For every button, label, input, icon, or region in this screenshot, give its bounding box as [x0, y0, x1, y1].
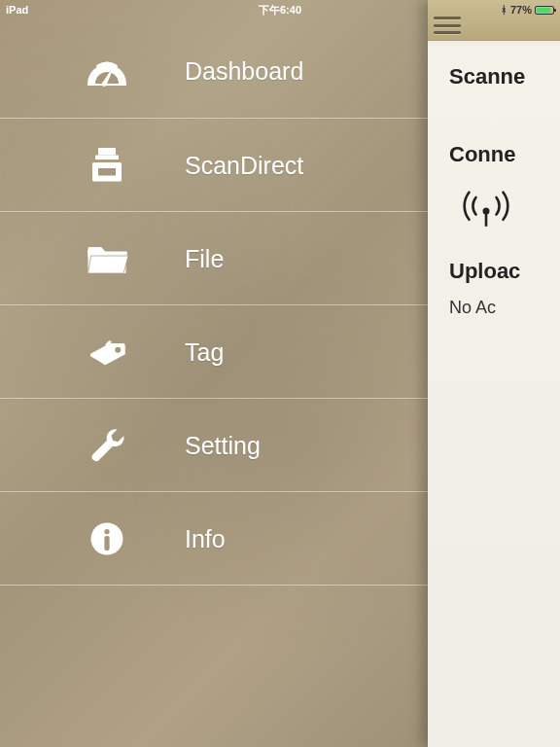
menu-button[interactable]	[434, 15, 461, 36]
device-label: iPad	[6, 4, 28, 16]
svg-point-6	[104, 529, 109, 534]
sidebar-item-dashboard[interactable]: Dashboard	[0, 25, 428, 119]
bluetooth-icon: ᚼ	[501, 4, 508, 16]
status-bar-right: ᚼ 77%	[495, 0, 560, 19]
no-account-text: No Ac	[449, 298, 560, 318]
tag-icon	[80, 325, 134, 379]
sidebar-item-label: Tag	[185, 338, 224, 367]
sidebar-item-setting[interactable]: Setting	[0, 399, 428, 492]
signal-indicator	[449, 177, 560, 231]
svg-point-4	[115, 347, 121, 353]
svg-rect-1	[95, 156, 119, 160]
dashboard-icon	[80, 45, 134, 99]
sidebar-menu: Dashboard ScanDirect File Tag Setting	[0, 25, 428, 586]
sidebar-item-label: Dashboard	[185, 57, 303, 86]
svg-rect-3	[98, 168, 116, 176]
sidebar-item-info[interactable]: Info	[0, 492, 428, 586]
sidebar: Dashboard ScanDirect File Tag Setting	[0, 0, 428, 747]
battery-percentage: 77%	[510, 4, 532, 16]
section-upload-title: Uploac	[449, 259, 560, 284]
sidebar-item-file[interactable]: File	[0, 212, 428, 305]
sidebar-item-label: File	[185, 245, 224, 273]
pane-body: Scanne Conne Uploac No Ac	[428, 41, 560, 747]
sidebar-item-label: Setting	[185, 432, 261, 460]
section-connection-title: Conne	[449, 142, 560, 167]
sidebar-item-label: Info	[185, 525, 226, 553]
sidebar-item-scandirect[interactable]: ScanDirect	[0, 119, 428, 212]
section-scanner-title: Scanne	[449, 64, 560, 89]
scanner-icon	[80, 138, 134, 193]
sidebar-item-label: ScanDirect	[185, 152, 303, 180]
info-icon	[80, 512, 134, 566]
battery-icon	[535, 6, 554, 15]
status-time: 下午6:40	[259, 3, 301, 18]
sidebar-item-tag[interactable]: Tag	[0, 305, 428, 399]
svg-rect-0	[98, 148, 116, 156]
folder-icon	[80, 231, 134, 286]
svg-rect-7	[104, 536, 109, 551]
content-pane: Scanne Conne Uploac No Ac	[428, 0, 560, 747]
wrench-icon	[80, 418, 134, 473]
